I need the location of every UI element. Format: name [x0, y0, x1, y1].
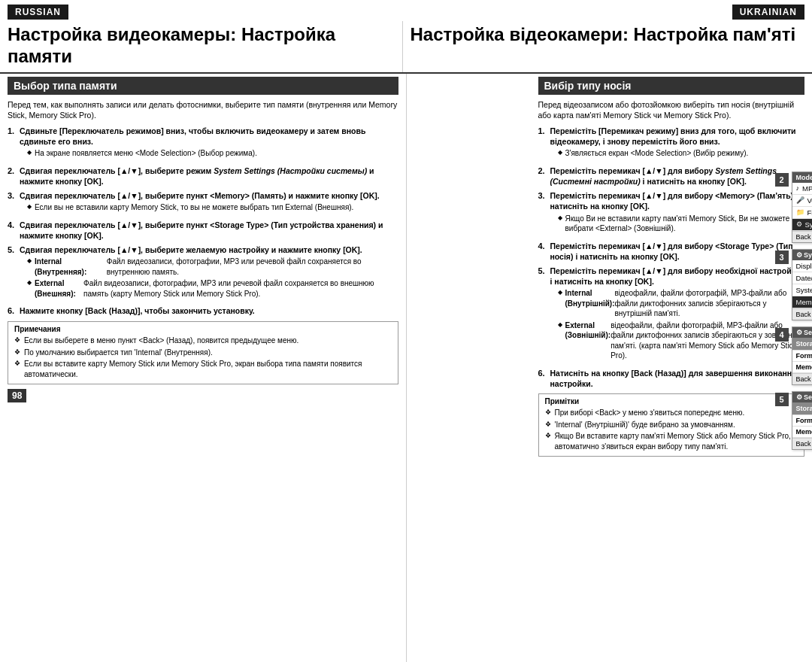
- panel-title-4: ⚙ Settings: Memory: [796, 329, 813, 336]
- step-text: Сдвигая переключатель [▲/▼], выберите же…: [20, 244, 398, 302]
- settings-label: Memory Space: [796, 428, 813, 436]
- steps-left: 1. Сдвиньте [Переключатель режимов] вниз…: [8, 126, 398, 317]
- note-item: По умолчанию выбирается тип 'Internal' (…: [14, 348, 392, 358]
- settings-label: Memory Space: [796, 363, 813, 371]
- section-heading-right: Вибір типу носія: [538, 77, 805, 95]
- panel-footer-5: Back: [792, 438, 813, 449]
- step-num: 2.: [8, 166, 20, 187]
- step-text: Перемістіть [Перемикач режиму] вниз для …: [550, 126, 805, 162]
- panel-row-label: MP3: [802, 184, 812, 193]
- step-badge-3: 3: [775, 251, 789, 264]
- step-num: 6.: [538, 368, 550, 389]
- step-num: 4.: [538, 241, 550, 262]
- note-item: Если вы выберете в меню пункт <Back> (На…: [14, 336, 392, 346]
- section-heading-left: Выбор типа памяти: [8, 77, 398, 95]
- panel-footer-2: Back: [792, 231, 813, 242]
- panel-settings-memory-internal: 4 ⚙ Settings: Memory ▪ ▪ Storage Type: [792, 326, 813, 385]
- note-item: 'Internal' (Внутрішній)' буде вибрано за…: [545, 420, 798, 430]
- step-3-right: 3. Перемістіть перемикач [▲/▼] для вибор…: [538, 190, 805, 236]
- settings-row-format: Format Internal: [792, 351, 813, 362]
- panel-row-system: System: [792, 284, 813, 296]
- step-num: 3.: [8, 190, 20, 216]
- title-row: Настройка видеокамеры: Настройка памяти …: [0, 21, 812, 74]
- right-col-inner: Вибір типу носія Перед відеозаписом або …: [414, 77, 805, 457]
- bullet-list: Internal (Внутренняя): Файл видеозаписи,…: [27, 257, 398, 299]
- panel-row-display: Display: [792, 260, 813, 272]
- step-num: 4.: [8, 220, 20, 241]
- panel-row-label: Voice Recorder: [807, 196, 813, 205]
- notes-box-right: Примітки При виборі <Back> у меню з'явит…: [538, 393, 805, 457]
- step-6-left: 6. Нажмите кнопку [Back (Назад)], чтобы …: [8, 305, 398, 317]
- step-5-left: 5. Сдвигая переключатель [▲/▼], выберите…: [8, 244, 398, 302]
- panel-row-memory: Memory: [792, 296, 813, 308]
- mic-icon: 🎤: [796, 196, 804, 204]
- step-text: Перемістіть перемикач [▲/▼] для вибору <…: [550, 241, 805, 262]
- bullet-item: Якщо Ви не вставили карту пам'яті Memory…: [558, 214, 805, 234]
- notes-title-left: Примечания: [14, 325, 392, 333]
- right-column: 2 Mode Selection ▪ ▪ ♪ MP3: [407, 74, 813, 662]
- step-2-right: 2. Перемістіть перемикач [▲/▼] для вибор…: [538, 166, 805, 187]
- step-num: 6.: [8, 305, 20, 317]
- bullet-item: External (Зовнішній): відеофайли, файли …: [558, 320, 805, 361]
- intro-text-left: Перед тем, как выполнять записи или дела…: [8, 99, 398, 121]
- step-text: Натисніть на кнопку [Back (Назад)] для з…: [550, 368, 805, 389]
- panel-header-3: ⚙ System Settings ▪ ▪: [792, 250, 813, 260]
- panel-row-filebrowser: 📁 File Browser: [792, 207, 813, 219]
- left-column: Выбор типа памяти Перед тем, как выполня…: [0, 74, 407, 662]
- bullet-item: External (Внешняя): Файл видеозаписи, фо…: [27, 278, 398, 299]
- settings-label: Format: [796, 352, 813, 360]
- panel-header-4: ⚙ Settings: Memory ▪ ▪: [792, 327, 813, 338]
- step-5-right: 5. Перемістіть перемикач [▲/▼] для вибор…: [538, 266, 805, 364]
- settings-row-memory-space: Memory Space 000MB/000MB: [792, 362, 813, 373]
- step-text: Сдвиньте [Переключатель режимов] вниз, ч…: [20, 126, 398, 162]
- music-icon: ♪: [796, 184, 800, 192]
- step-num: 5.: [538, 266, 550, 364]
- panel-body-5: Storage Type External Format Internal Me…: [792, 402, 813, 438]
- step-badge-4: 4: [775, 328, 789, 342]
- ui-panel-5: ⚙ Settings: Memory ▪ ▪ Storage Type Exte…: [792, 391, 813, 450]
- step-badge-5: 5: [775, 393, 789, 406]
- panel-title-2: Mode Selection: [796, 174, 813, 181]
- panel-system-settings: 3 ⚙ System Settings ▪ ▪ Display Date/Tim…: [792, 249, 813, 320]
- ui-panel-4: ⚙ Settings: Memory ▪ ▪ Storage Type Inte…: [792, 326, 813, 385]
- lang-header: RUSSIAN UKRAINIAN: [0, 0, 812, 21]
- step-text: Перемістіть перемикач [▲/▼] для вибору <…: [550, 190, 805, 236]
- step-num: 1.: [538, 126, 550, 162]
- step-4-left: 4. Сдвигая переключатель [▲/▼], выберите…: [8, 220, 398, 241]
- gear-icon: ⚙: [796, 220, 802, 228]
- lang-badge-ukrainian: UKRAINIAN: [732, 5, 804, 20]
- notes-list-right: При виборі <Back> у меню з'явиться попер…: [545, 408, 798, 451]
- settings-row-storage-type: Storage Type Internal: [792, 338, 813, 351]
- step-1-right: 1. Перемістіть [Перемикач режиму] вниз д…: [538, 126, 805, 162]
- step-text: Сдвигая переключатель [▲/▼], выберите пу…: [20, 190, 380, 216]
- bullet-list: З'являється екран <Mode Selection> (Вибі…: [558, 148, 805, 159]
- settings-row-storage-type-ext: Storage Type External: [792, 402, 813, 415]
- ui-panel-3: ⚙ System Settings ▪ ▪ Display Date/Time …: [792, 249, 813, 320]
- settings-label: Storage Type: [796, 340, 813, 348]
- bullet-list: Если вы не вставили карту Memory Stick, …: [27, 202, 380, 213]
- step-text: Нажмите кнопку [Back (Назад)], чтобы зак…: [20, 305, 255, 317]
- step-text: Сдвигая переключатель [▲/▼], выберите пу…: [20, 220, 398, 241]
- title-left: Настройка видеокамеры: Настройка памяти: [8, 21, 402, 72]
- panel-body-3: Display Date/Time System Memory: [792, 260, 813, 308]
- step-num: 3.: [538, 190, 550, 236]
- panel-row-system-settings: ⚙ System Settings: [792, 219, 813, 231]
- step-1-left: 1. Сдвиньте [Переключатель режимов] вниз…: [8, 126, 398, 162]
- panel-header-5: ⚙ Settings: Memory ▪ ▪: [792, 392, 813, 402]
- step-num: 1.: [8, 126, 20, 162]
- panel-row-label: System Settings: [805, 220, 813, 229]
- panel-title-3: ⚙ System Settings: [796, 251, 813, 259]
- bullet-item: Если вы не вставили карту Memory Stick, …: [27, 202, 380, 213]
- intro-text-right: Перед відеозаписом або фотозйомкою вибер…: [538, 99, 805, 121]
- page: RUSSIAN UKRAINIAN Настройка видеокамеры:…: [0, 0, 812, 662]
- content-row: Выбор типа памяти Перед тем, как выполня…: [0, 74, 812, 662]
- settings-row-format-ext: Format Internal: [792, 415, 813, 427]
- panel-footer-3: Back: [792, 308, 813, 320]
- step-num: 5.: [8, 244, 20, 302]
- step-2-left: 2. Сдвигая переключатель [▲/▼], выберите…: [8, 166, 398, 187]
- panel-settings-memory-external: 5 ⚙ Settings: Memory ▪ ▪ Storage Type: [792, 391, 813, 450]
- note-item: Якщо Ви вставите карту пам'яті Memory St…: [545, 431, 798, 451]
- panel-title-5: ⚙ Settings: Memory: [796, 393, 813, 401]
- bullet-item: Internal (Внутренняя): Файл видеозаписи,…: [27, 257, 398, 277]
- notes-title-right: Примітки: [545, 397, 798, 405]
